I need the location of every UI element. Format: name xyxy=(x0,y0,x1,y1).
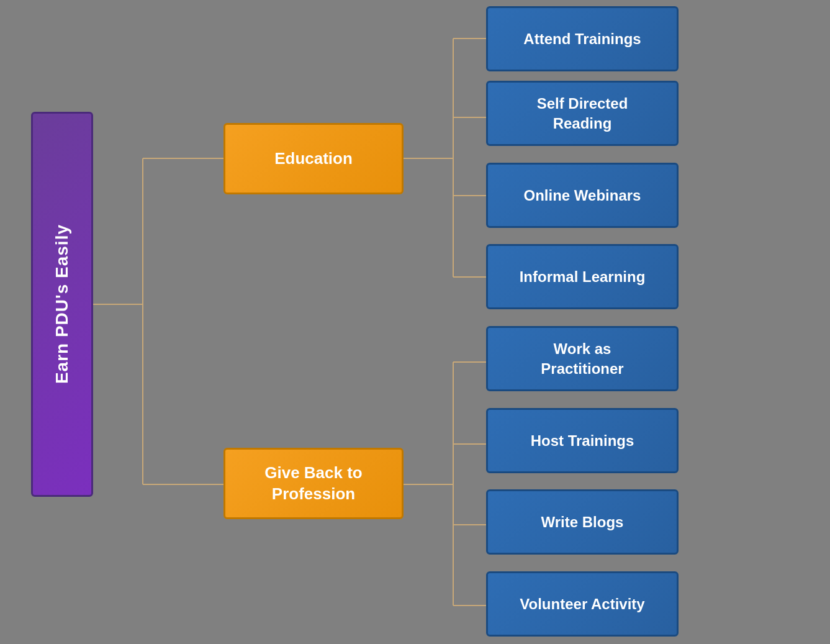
connectors-svg xyxy=(0,0,830,644)
work-as-practitioner-box: Work asPractitioner xyxy=(486,326,679,391)
online-webinars-label: Online Webinars xyxy=(524,186,641,205)
write-blogs-box: Write Blogs xyxy=(486,489,679,555)
attend-trainings-box: Attend Trainings xyxy=(486,6,679,71)
host-trainings-box: Host Trainings xyxy=(486,408,679,473)
online-webinars-box: Online Webinars xyxy=(486,163,679,228)
giveback-box: Give Back toProfession xyxy=(223,448,404,519)
informal-learning-label: Informal Learning xyxy=(520,267,646,286)
write-blogs-label: Write Blogs xyxy=(541,512,624,532)
host-trainings-label: Host Trainings xyxy=(531,431,634,450)
informal-learning-box: Informal Learning xyxy=(486,244,679,309)
volunteer-activity-box: Volunteer Activity xyxy=(486,571,679,637)
giveback-label: Give Back toProfession xyxy=(264,463,363,505)
education-label: Education xyxy=(274,148,353,170)
volunteer-activity-label: Volunteer Activity xyxy=(520,594,644,614)
root-label: Earn PDU's Easily xyxy=(52,224,72,384)
diagram-container: Earn PDU's Easily Education Give Back to… xyxy=(0,0,830,644)
root-box: Earn PDU's Easily xyxy=(31,112,93,497)
education-box: Education xyxy=(223,123,404,194)
work-as-practitioner-label: Work asPractitioner xyxy=(541,339,623,378)
attend-trainings-label: Attend Trainings xyxy=(523,29,641,48)
self-directed-reading-label: Self DirectedReading xyxy=(537,94,628,132)
self-directed-reading-box: Self DirectedReading xyxy=(486,81,679,146)
